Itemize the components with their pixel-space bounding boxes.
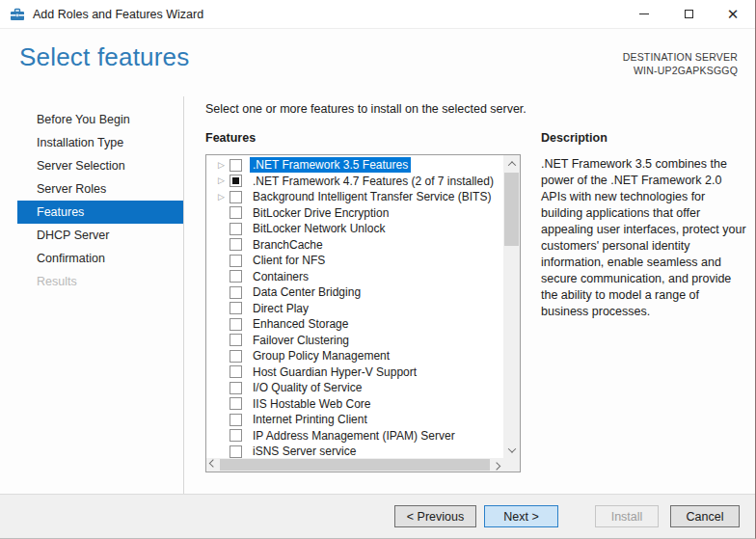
- close-icon: ✕: [727, 7, 740, 21]
- feature-row-group-policy-management[interactable]: ▷ Group Policy Management: [206, 348, 503, 364]
- feature-label[interactable]: Host Guardian Hyper-V Support: [250, 364, 419, 380]
- destination-server-name: WIN-UP2GAPKSGGQ: [623, 64, 738, 77]
- destination-server-block: DESTINATION SERVER WIN-UP2GAPKSGGQ: [623, 50, 738, 77]
- wizard-header: Select features DESTINATION SERVER WIN-U…: [0, 29, 755, 96]
- destination-server-label: DESTINATION SERVER: [623, 50, 738, 64]
- feature-label[interactable]: Containers: [250, 269, 311, 284]
- expand-arrow-icon[interactable]: ▷: [216, 161, 227, 170]
- feature-row-net-framework-3-5-features[interactable]: ▷ .NET Framework 3.5 Features: [206, 157, 503, 174]
- feature-checkbox[interactable]: [230, 159, 242, 172]
- feature-row-direct-play[interactable]: ▷ Direct Play: [206, 301, 503, 317]
- feature-checkbox[interactable]: [230, 397, 242, 410]
- feature-row-client-for-nfs[interactable]: ▷ Client for NFS: [206, 253, 503, 269]
- expand-arrow-icon[interactable]: ▷: [216, 176, 227, 185]
- feature-checkbox[interactable]: [230, 302, 242, 314]
- feature-checkbox[interactable]: [230, 255, 242, 267]
- feature-label[interactable]: .NET Framework 3.5 Features: [250, 157, 411, 173]
- vertical-scroll-thumb[interactable]: [504, 173, 519, 246]
- feature-row-enhanced-storage[interactable]: ▷ Enhanced Storage: [206, 316, 503, 333]
- feature-row-i-o-quality-of-service[interactable]: ▷ I/O Quality of Service: [206, 380, 503, 396]
- sidebar-item-label: Server Roles: [37, 182, 106, 196]
- feature-label[interactable]: Direct Play: [250, 301, 311, 316]
- feature-checkbox[interactable]: [230, 318, 242, 331]
- sidebar-item-results: Results: [17, 270, 183, 293]
- title-bar[interactable]: Add Roles and Features Wizard ✕: [0, 0, 755, 29]
- feature-label[interactable]: Data Center Bridging: [250, 284, 364, 300]
- sidebar-item-features[interactable]: Features: [17, 201, 183, 224]
- feature-label[interactable]: BitLocker Drive Encryption: [250, 205, 392, 221]
- feature-row-bitlocker-network-unlock[interactable]: ▷ BitLocker Network Unlock: [206, 221, 503, 237]
- expand-arrow-icon[interactable]: ▷: [216, 193, 227, 202]
- minimize-icon: [639, 13, 649, 14]
- feature-checkbox[interactable]: [230, 238, 242, 251]
- horizontal-scrollbar[interactable]: [206, 458, 503, 472]
- feature-row-bitlocker-drive-encryption[interactable]: ▷ BitLocker Drive Encryption: [206, 205, 503, 222]
- feature-label[interactable]: Background Intelligent Transfer Service …: [250, 189, 494, 204]
- feature-label[interactable]: BitLocker Network Unlock: [250, 221, 388, 236]
- feature-checkbox[interactable]: [230, 414, 242, 426]
- feature-row-failover-clustering[interactable]: ▷ Failover Clustering: [206, 333, 503, 349]
- feature-label[interactable]: iSNS Server service: [250, 444, 359, 458]
- scroll-right-button[interactable]: [490, 458, 503, 472]
- feature-label[interactable]: .NET Framework 4.7 Features (2 of 7 inst…: [250, 174, 497, 189]
- scroll-up-button[interactable]: [503, 155, 520, 172]
- maximize-button[interactable]: [666, 0, 711, 28]
- wizard-app-icon: [10, 7, 25, 22]
- feature-label[interactable]: IIS Hostable Web Core: [250, 396, 374, 412]
- sidebar-item-server-roles[interactable]: Server Roles: [17, 177, 183, 201]
- feature-label[interactable]: Group Policy Management: [250, 348, 392, 364]
- feature-row-data-center-bridging[interactable]: ▷ Data Center Bridging: [206, 284, 503, 301]
- feature-checkbox[interactable]: [230, 223, 242, 235]
- chevron-left-icon: [209, 459, 217, 467]
- scroll-left-button[interactable]: [206, 458, 220, 472]
- feature-checkbox[interactable]: [230, 286, 242, 299]
- sidebar-item-label: DHCP Server: [37, 229, 109, 242]
- feature-checkbox[interactable]: [230, 206, 242, 219]
- feature-row-containers[interactable]: ▷ Containers: [206, 269, 503, 285]
- sidebar-item-label: Confirmation: [37, 252, 105, 265]
- close-button[interactable]: ✕: [711, 0, 755, 28]
- feature-label[interactable]: BranchCache: [250, 237, 326, 253]
- feature-row-host-guardian-hyper-v-support[interactable]: ▷ Host Guardian Hyper-V Support: [206, 364, 503, 381]
- feature-row-net-framework-4-7-features-2-of-7-installed[interactable]: ▷ .NET Framework 4.7 Features (2 of 7 in…: [206, 174, 503, 190]
- feature-row-internet-printing-client[interactable]: ▷ Internet Printing Client: [206, 412, 503, 428]
- minimize-button[interactable]: [622, 0, 666, 28]
- feature-checkbox[interactable]: [230, 350, 242, 363]
- scroll-down-button[interactable]: [503, 442, 520, 458]
- feature-checkbox[interactable]: [230, 365, 242, 378]
- feature-label[interactable]: Client for NFS: [250, 253, 328, 268]
- sidebar-item-confirmation[interactable]: Confirmation: [17, 247, 183, 270]
- feature-checkbox[interactable]: [230, 175, 242, 187]
- feature-checkbox[interactable]: [230, 429, 242, 442]
- feature-row-branchcache[interactable]: ▷ BranchCache: [206, 237, 503, 254]
- sidebar-item-label: Before You Begin: [37, 113, 130, 126]
- feature-row-background-intelligent-transfer-service-bits[interactable]: ▷ Background Intelligent Transfer Servic…: [206, 189, 503, 205]
- feature-row-iis-hostable-web-core[interactable]: ▷ IIS Hostable Web Core: [206, 396, 503, 413]
- feature-label[interactable]: I/O Quality of Service: [250, 380, 364, 395]
- feature-checkbox[interactable]: [230, 445, 242, 458]
- sidebar-item-installation-type[interactable]: Installation Type: [17, 131, 183, 154]
- feature-checkbox[interactable]: [230, 191, 242, 203]
- previous-button[interactable]: < Previous: [394, 505, 476, 527]
- install-button[interactable]: Install: [595, 505, 659, 527]
- feature-label[interactable]: IP Address Management (IPAM) Server: [250, 428, 458, 444]
- maximize-icon: [685, 10, 693, 18]
- vertical-scrollbar[interactable]: [503, 155, 520, 458]
- feature-checkbox[interactable]: [230, 270, 242, 283]
- feature-checkbox[interactable]: [230, 382, 242, 394]
- description-title: Description: [541, 131, 748, 145]
- feature-label[interactable]: Internet Printing Client: [250, 412, 370, 427]
- sidebar-item-before-you-begin[interactable]: Before You Begin: [17, 108, 183, 131]
- next-button[interactable]: Next >: [484, 505, 558, 527]
- sidebar-item-server-selection[interactable]: Server Selection: [17, 154, 183, 177]
- feature-checkbox[interactable]: [230, 334, 242, 346]
- feature-row-ip-address-management-ipam-server[interactable]: ▷ IP Address Management (IPAM) Server: [206, 428, 503, 445]
- sidebar-item-label: Features: [37, 205, 84, 219]
- page-title: Select features: [19, 42, 189, 72]
- sidebar-item-dhcp-server[interactable]: DHCP Server: [17, 224, 183, 247]
- horizontal-scroll-thumb[interactable]: [220, 459, 490, 471]
- feature-label[interactable]: Enhanced Storage: [250, 316, 351, 332]
- feature-label[interactable]: Failover Clustering: [250, 333, 352, 348]
- feature-row-isns-server-service[interactable]: ▷ iSNS Server service: [206, 444, 503, 458]
- cancel-button[interactable]: Cancel: [670, 505, 740, 527]
